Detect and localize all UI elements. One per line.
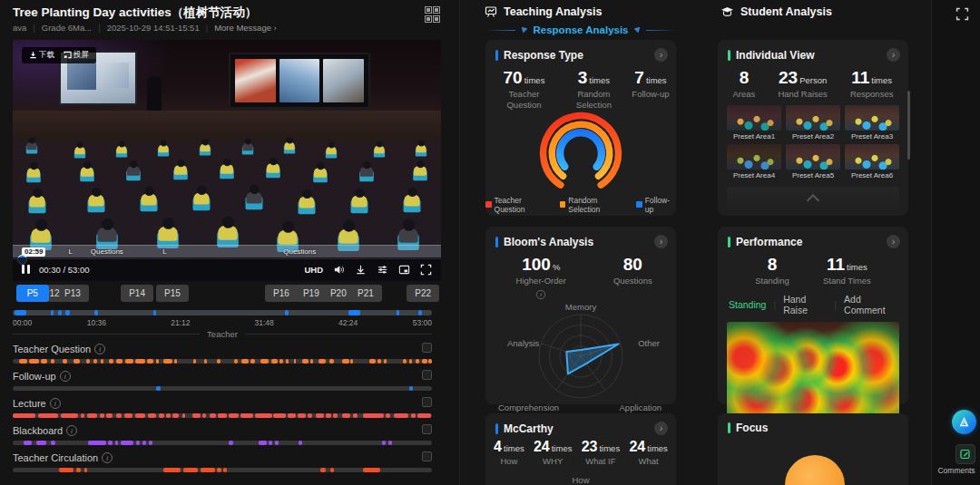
track-checkbox[interactable] [422, 397, 432, 407]
info-icon[interactable]: i [50, 398, 61, 409]
page-button-p15[interactable]: P15 [156, 285, 189, 302]
track-bar[interactable] [13, 386, 432, 391]
track-segment [84, 468, 88, 472]
preset-area-thumbnail[interactable]: Preset Area2 [786, 105, 840, 141]
chevron-right-icon[interactable]: › [887, 48, 900, 62]
download-icon[interactable] [355, 264, 367, 276]
ai-assistant-button[interactable] [952, 410, 976, 434]
timeline-event-mark [348, 310, 361, 315]
track-label: Follow-upi [13, 369, 432, 383]
track-segment [299, 441, 302, 445]
track-checkbox[interactable] [422, 343, 432, 353]
track-bar[interactable] [13, 441, 432, 445]
preset-area-thumbnail[interactable]: Preset Area3 [845, 105, 899, 141]
grid-view-icon[interactable] [425, 6, 439, 21]
track-segment [330, 468, 334, 472]
chevron-right-icon[interactable]: › [654, 235, 668, 248]
page-button-p16[interactable]: P16 [265, 285, 298, 302]
settings-sliders-icon[interactable] [377, 264, 388, 276]
track-checkbox[interactable] [422, 424, 432, 434]
preset-area-thumbnail[interactable]: Preset Area6 [845, 144, 899, 179]
tab-hand-raise[interactable]: Hand Raise [783, 294, 827, 315]
quality-button[interactable]: UHD [304, 265, 323, 275]
track-segment [286, 359, 289, 364]
track-segment [316, 413, 324, 418]
page-button-p12[interactable]: P12 [47, 285, 61, 302]
info-icon[interactable]: i [536, 290, 545, 299]
tab-standing[interactable]: Standing [729, 299, 766, 310]
radar-axis-label: Memory [565, 302, 596, 312]
legend-swatch [560, 201, 566, 208]
volume-icon[interactable] [333, 264, 345, 276]
fullscreen-icon[interactable] [420, 264, 432, 276]
track-segment [320, 468, 326, 472]
chevron-right-icon[interactable]: › [887, 235, 900, 248]
stat-value: 24times [534, 439, 573, 455]
track-segment [63, 359, 67, 364]
track-segment [109, 359, 113, 364]
preset-area-thumbnail[interactable]: Preset Area5 [786, 144, 840, 179]
page-title: Tree Planting Day activities（植树节活动） [13, 5, 257, 21]
track-segment [382, 441, 387, 445]
stat-label: WHY [534, 456, 573, 467]
timeline-ruler[interactable] [13, 310, 432, 315]
side-rail: Comments [931, 0, 980, 485]
panel-fullscreen-icon[interactable] [956, 7, 969, 21]
track-segment [147, 359, 153, 364]
lesson-meta: ava| Grade 6Ma...| 2025-10-29 14:51-15:5… [13, 23, 277, 33]
radar-axis-label: Analysis [507, 338, 539, 348]
info-icon[interactable]: i [66, 425, 77, 436]
card-accent [495, 423, 498, 434]
cast-screen-button[interactable]: 投屏 [64, 50, 89, 61]
stat-value: 23Person [778, 68, 827, 88]
student-figure [348, 184, 370, 213]
preset-area-image [786, 144, 840, 170]
chevron-right-icon[interactable]: › [654, 48, 668, 62]
preset-area-image [786, 105, 840, 131]
pause-button[interactable] [22, 265, 30, 274]
track-bar[interactable] [13, 413, 432, 418]
download-video-button[interactable]: 下载 [29, 50, 54, 61]
track-checkbox[interactable] [422, 370, 432, 380]
timeline-event-mark [15, 310, 26, 315]
preset-area-thumbnail[interactable]: Preset Area1 [727, 105, 781, 141]
preset-area-thumbnail[interactable]: Preset Area4 [727, 144, 781, 179]
track-segment [298, 413, 306, 418]
info-icon[interactable]: i [94, 344, 105, 354]
tab-add-comment[interactable]: Add Comment [844, 294, 897, 315]
stat-value: 70times [492, 68, 555, 88]
ai-icon [958, 416, 970, 428]
tab-response-analysis-label[interactable]: Response Analysis [533, 24, 628, 35]
tab-ornament-left-icon [521, 27, 527, 34]
track-bar[interactable] [13, 359, 432, 364]
track-segment [202, 413, 207, 418]
stat-unit: times [524, 75, 545, 85]
page-button-p21[interactable]: P21 [349, 285, 382, 302]
pip-icon[interactable] [398, 264, 410, 276]
comments-button[interactable] [956, 444, 975, 464]
more-message-link[interactable]: More Message › [214, 23, 277, 33]
stat-label: How [494, 456, 524, 467]
timeline-tick-label: 42:24 [338, 318, 358, 327]
legend-item: Random Selection [560, 196, 627, 214]
track-segment [363, 413, 384, 418]
individual-stats: 8Areas23PersonHand Raises11timesResponse… [718, 62, 908, 100]
track-segment [156, 386, 160, 391]
seek-chapter-label: L [162, 247, 166, 256]
page-button-p14[interactable]: P14 [121, 285, 153, 302]
track-checkbox[interactable] [422, 451, 432, 461]
track-segment [81, 413, 85, 418]
meta-author: ava [13, 23, 26, 33]
page-button-p13[interactable]: P13 [56, 285, 89, 302]
teaching-analysis-panel: Teaching Analysis Response Analysis Resp… [459, 0, 689, 485]
card-accent [728, 422, 730, 433]
info-icon[interactable]: i [102, 452, 113, 463]
expand-collapse-handle[interactable] [727, 187, 899, 212]
panel-scrollbar[interactable] [907, 91, 910, 160]
track-bar[interactable] [13, 468, 432, 472]
info-icon[interactable]: i [60, 371, 71, 382]
page-button-p22[interactable]: P22 [407, 285, 439, 302]
page-button-p5[interactable]: P5 [16, 285, 49, 302]
video-player[interactable]: 下载 投屏 02:59 LQuestionsLQuestions 00:30 /… [13, 40, 441, 281]
chevron-right-icon[interactable]: › [654, 422, 668, 435]
